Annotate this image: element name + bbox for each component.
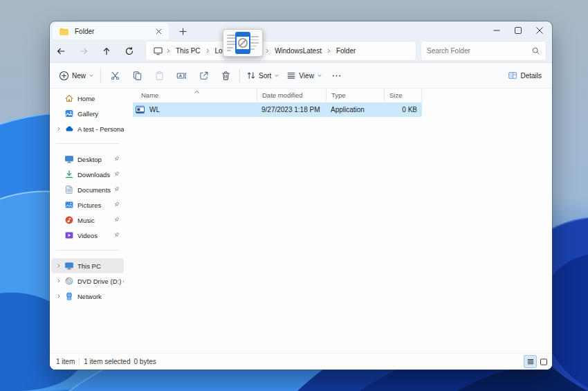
application-icon-large	[235, 32, 250, 54]
details-view-icon	[526, 358, 535, 366]
selection-summary: 1 item selected	[84, 358, 130, 365]
toolbar-separator	[100, 69, 101, 82]
expand-chevron-icon[interactable]	[54, 291, 64, 301]
details-pane-icon	[508, 71, 517, 80]
back-button[interactable]	[51, 42, 71, 61]
blocked-icon	[237, 37, 248, 48]
drag-preview-text-lines	[227, 35, 235, 51]
cut-button[interactable]	[105, 65, 125, 86]
file-date-modified: 9/27/2023 1:18 PM	[257, 102, 326, 117]
home-icon	[64, 93, 74, 104]
paste-icon	[154, 71, 165, 81]
new-tab-button[interactable]	[175, 24, 190, 39]
column-header-size[interactable]: Size	[384, 89, 422, 102]
drag-preview-text-lines	[250, 36, 259, 50]
expand-chevron-icon[interactable]	[54, 124, 64, 134]
navigation-pane: Home Gallery A test - Personal Desktop	[50, 89, 125, 353]
breadcrumb-chevron-icon	[326, 48, 332, 54]
breadcrumb-folder[interactable]: Folder	[333, 42, 359, 60]
chevron-down-icon	[89, 73, 94, 78]
delete-button[interactable]	[216, 65, 235, 86]
window-body: Home Gallery A test - Personal Desktop	[50, 89, 552, 353]
dvd-drive-icon	[64, 276, 74, 287]
sidebar-item-onedrive[interactable]: A test - Personal	[51, 121, 124, 136]
sidebar-item-videos[interactable]: Videos	[51, 228, 124, 243]
column-header-type[interactable]: Type	[326, 89, 384, 102]
file-row-wl[interactable]: WL 9/27/2023 1:18 PM Application 0 KB	[133, 102, 422, 117]
sidebar-separator	[56, 250, 119, 251]
sort-button[interactable]: Sort	[243, 65, 283, 86]
gallery-icon	[64, 109, 74, 119]
sidebar-item-desktop[interactable]: Desktop	[51, 152, 124, 167]
forward-button[interactable]	[74, 42, 93, 61]
toolbar-separator	[239, 69, 240, 82]
copy-button[interactable]	[127, 65, 147, 86]
expand-chevron-icon[interactable]	[54, 276, 64, 286]
pin-icon	[113, 170, 120, 179]
sort-arrows-icon	[246, 71, 256, 80]
sort-ascending-icon	[194, 89, 200, 96]
refresh-button[interactable]	[120, 42, 139, 61]
status-divider	[79, 358, 80, 365]
sidebar-item-music[interactable]: Music	[51, 212, 124, 228]
view-button[interactable]: View	[283, 65, 326, 86]
chevron-down-icon	[274, 73, 279, 78]
scissors-icon	[110, 71, 120, 81]
window-controls	[486, 21, 550, 39]
sidebar-item-network[interactable]: Network	[51, 289, 124, 304]
new-button[interactable]: New	[55, 65, 98, 86]
column-header-name[interactable]: Name	[133, 89, 257, 102]
address-bar[interactable]: This PC Local Disk (C:) WindowsLatest Fo…	[145, 41, 416, 61]
sidebar-item-home[interactable]: Home	[51, 91, 124, 106]
breadcrumb-chevron-icon	[205, 48, 211, 54]
copy-icon	[132, 71, 143, 81]
column-header-date-modified[interactable]: Date modified	[257, 89, 326, 102]
navigation-bar: This PC Local Disk (C:) WindowsLatest Fo…	[50, 39, 552, 62]
view-toggles	[524, 356, 549, 367]
sidebar-item-documents[interactable]: Documents	[51, 182, 124, 197]
computer-icon	[64, 261, 74, 271]
plus-circle-icon	[59, 71, 69, 81]
minimize-button[interactable]	[486, 21, 507, 39]
command-bar: New Sort View	[50, 62, 552, 89]
search-icon	[531, 46, 540, 55]
large-icons-view-icon	[540, 358, 548, 366]
up-button[interactable]	[97, 42, 116, 61]
sidebar-item-gallery[interactable]: Gallery	[51, 106, 124, 121]
expand-chevron-icon[interactable]	[54, 261, 64, 271]
details-view-toggle[interactable]	[524, 356, 536, 367]
desktop: Folder This PC Local Disk (C:)	[0, 0, 588, 391]
breadcrumb-this-pc[interactable]: This PC	[172, 42, 204, 60]
downloads-icon	[64, 170, 74, 180]
tab-folder[interactable]: Folder	[53, 23, 169, 39]
rename-button[interactable]	[172, 65, 191, 86]
tab-close-icon[interactable]	[153, 26, 165, 37]
sidebar-separator	[56, 143, 119, 144]
sidebar-item-pictures[interactable]: Pictures	[51, 197, 124, 212]
column-headers: Name Date modified Type Size	[133, 89, 422, 102]
sidebar-item-downloads[interactable]: Downloads	[51, 167, 124, 182]
breadcrumb-windowslatest[interactable]: WindowsLatest	[271, 42, 325, 60]
more-options-button[interactable]	[327, 65, 347, 86]
search-input[interactable]: Search Folder	[421, 41, 546, 61]
file-explorer-window: Folder This PC Local Disk (C:)	[50, 21, 552, 370]
sidebar-item-this-pc[interactable]: This PC	[51, 258, 124, 273]
file-size: 0 KB	[384, 102, 422, 117]
rename-icon	[176, 71, 187, 81]
details-button[interactable]: Details	[504, 65, 545, 86]
documents-icon	[64, 185, 74, 195]
share-button[interactable]	[194, 65, 213, 86]
folder-icon	[59, 26, 69, 37]
chevron-down-icon	[317, 73, 322, 78]
paste-button[interactable]	[149, 65, 169, 86]
maximize-button[interactable]	[507, 21, 529, 39]
desktop-icon	[64, 154, 74, 165]
close-button[interactable]	[529, 21, 550, 39]
pin-icon	[113, 185, 120, 194]
large-icons-view-toggle[interactable]	[538, 356, 549, 367]
application-icon	[135, 104, 145, 115]
sidebar-item-dvd-drive[interactable]: DVD Drive (D:) CCC	[51, 273, 124, 289]
pin-icon	[113, 155, 120, 164]
file-type: Application	[326, 102, 384, 117]
tab-bar: Folder	[50, 21, 552, 39]
